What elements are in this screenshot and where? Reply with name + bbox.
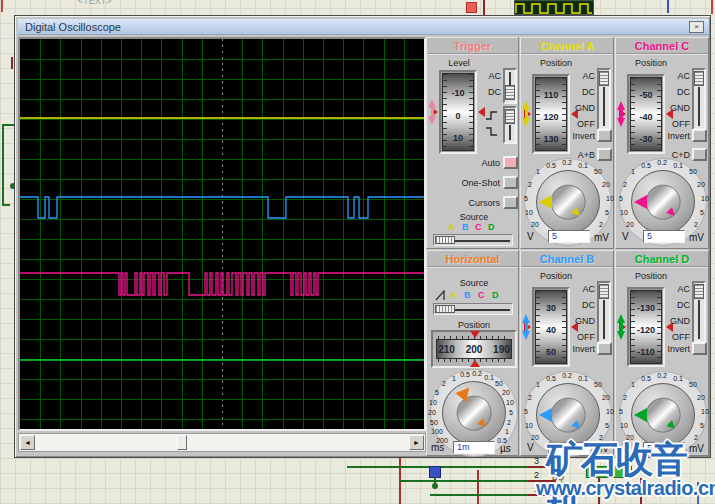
coupling-label-dc: DC [658, 300, 690, 310]
channel-a-value-input[interactable]: 5 [548, 230, 590, 243]
channel-a-position-drum[interactable]: 110 120 130 [532, 74, 570, 154]
channel-b-panel: Channel B Position 30 40 50 AC DC GND OF… [520, 250, 614, 456]
position-label: Position [531, 271, 581, 281]
window-titlebar[interactable]: Digital Oscilloscope × [18, 19, 709, 35]
trigger-oneshot-button[interactable] [503, 176, 518, 189]
timebase-value-input[interactable]: 1m [453, 441, 495, 454]
source-b-label: B [464, 290, 471, 300]
channel-c-nudge-arrows [617, 101, 626, 127]
knob-scale-value: 0.1 [578, 375, 588, 382]
knob-scale-value: 0.5 [546, 375, 556, 382]
schematic-text-label: <TEXT> [78, 0, 112, 6]
channel-c-position-drum[interactable]: -50 -40 -30 [627, 74, 665, 154]
knob-scale-value: 5 [524, 195, 528, 202]
position-label: Position [626, 58, 676, 68]
trigger-oneshot-label: One-Shot [435, 178, 500, 188]
schematic-red-component [466, 2, 477, 13]
knob-scale-value: 50 [689, 381, 697, 388]
horizontal-knob-block: 10.50.20.1251020501002005020105210.5 ms … [427, 369, 521, 457]
schematic-wire [711, 0, 713, 14]
knob-scale-value: 2 [442, 380, 446, 387]
unit-left: V [622, 442, 629, 453]
knob-scale-value: 2 [694, 434, 698, 441]
pin-number: 2 [534, 470, 539, 480]
trigger-nudge-arrows [428, 99, 437, 125]
channel-c-invert-button[interactable] [692, 129, 707, 142]
position-marker-bottom [470, 360, 480, 367]
knob-scale-value: 5 [619, 408, 623, 415]
channel-d-position-drum[interactable]: -130 -120 -110 [627, 287, 665, 367]
source-d-label: D [492, 290, 499, 300]
channel-a-coupling-switch[interactable] [597, 68, 611, 130]
schematic-wire [598, 478, 600, 504]
knob-scale-value: 50 [495, 380, 503, 387]
knob-scale-value: 1 [631, 168, 635, 175]
scope-graticule-and-traces [20, 39, 424, 429]
knob-scale-value: 10 [506, 399, 514, 406]
coupling-label-gnd: GND [563, 103, 595, 113]
channel-b-knob-block: 0.50.20.1125102050201052 V mV 5 [522, 371, 614, 457]
channel-d-coupling-switch[interactable] [692, 281, 706, 343]
invert-label: Invert [646, 131, 690, 141]
ramp-source-icon [435, 290, 447, 301]
schematic-wire [640, 478, 642, 504]
channel-a-scale-pointer [539, 195, 552, 209]
channel-b-value-input[interactable]: 5 [548, 442, 590, 455]
channel-d-value-input[interactable]: 5 [643, 442, 685, 455]
schematic-pin-wire [528, 466, 556, 468]
horizontal-source-slider[interactable] [433, 303, 513, 315]
channel-c-title: Channel C [616, 38, 708, 54]
source-c-label: C [475, 222, 482, 232]
knob-scale-value: 50 [594, 381, 602, 388]
unit-left: V [527, 442, 534, 453]
scrollbar-right-button[interactable]: ► [409, 435, 424, 450]
pattern-generator-icon [514, 0, 594, 15]
knob-scale-value: 2 [599, 434, 603, 441]
invert-label: Invert [646, 344, 690, 354]
channel-d-invert-button[interactable] [692, 342, 707, 355]
position-label: Position [626, 271, 676, 281]
trigger-level-tick: -10 [443, 88, 473, 98]
close-button[interactable]: × [689, 21, 704, 33]
knob-scale-value: 5 [700, 422, 704, 429]
knob-scale-value: 10 [606, 195, 614, 202]
trigger-auto-button[interactable] [503, 156, 518, 169]
knob-scale-value: 2 [694, 221, 698, 228]
channel-b-coupling-switch[interactable] [597, 281, 611, 343]
channel-c-value-input[interactable]: 5 [643, 230, 685, 243]
trigger-source-slider[interactable] [433, 234, 513, 246]
horizontal-position-drum[interactable]: 210 200 190 [431, 330, 517, 368]
schematic-wire [430, 494, 528, 496]
position-tick: 120 [536, 112, 566, 122]
unit-right: mV [689, 232, 704, 243]
channel-b-invert-button[interactable] [597, 342, 612, 355]
scrollbar-left-button[interactable]: ◄ [20, 435, 35, 450]
knob-scale-value: 1 [536, 381, 540, 388]
coupling-label-gnd: GND [563, 316, 595, 326]
knob-scale-value: 1 [631, 381, 635, 388]
source-a-label: A [450, 290, 457, 300]
knob-scale-value: 0.1 [578, 162, 588, 169]
knob-scale-value: 2 [528, 394, 532, 401]
channel-a-invert-button[interactable] [597, 129, 612, 142]
trigger-cursors-button[interactable] [503, 196, 518, 209]
channel-c-coupling-switch[interactable] [692, 68, 706, 130]
knob-scale-value: 10 [525, 209, 533, 216]
trigger-edge-switch[interactable] [503, 106, 517, 144]
trigger-coupling-switch[interactable] [503, 68, 517, 104]
channel-b-nudge-arrows [522, 314, 531, 340]
coupling-label-dc: DC [563, 87, 595, 97]
trigger-level-tick: 0 [443, 111, 473, 121]
schematic-wire [697, 482, 699, 504]
position-marker-top [470, 331, 480, 338]
unit-right: mV [594, 443, 609, 454]
knob-scale-value: 20 [531, 221, 539, 228]
knob-scale-value: 50 [594, 168, 602, 175]
trigger-level-drum[interactable]: -10 0 10 [439, 70, 477, 154]
trigger-level-marker-right [478, 107, 485, 117]
knob-scale-value: 50 [430, 419, 438, 426]
channel-b-position-drum[interactable]: 30 40 50 [532, 287, 570, 367]
invert-label: Invert [551, 344, 595, 354]
scrollbar-thumb[interactable] [177, 435, 187, 450]
knob-scale-value: 2 [528, 181, 532, 188]
